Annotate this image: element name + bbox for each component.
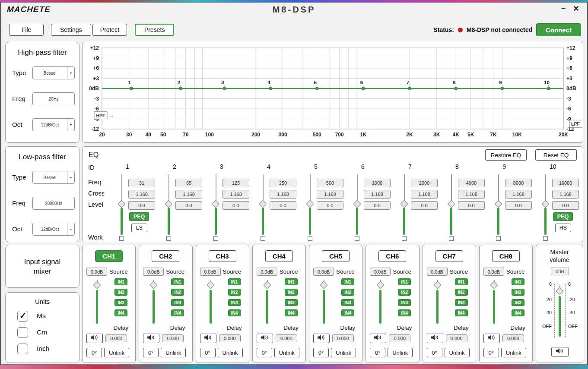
input-in2-button[interactable]: IN2	[512, 289, 524, 296]
hpf-oct-dropdown[interactable]: 12dB/Oct ▼	[32, 118, 75, 131]
phase-button[interactable]: 0°	[143, 348, 159, 357]
channel-button[interactable]: CH5	[322, 250, 350, 262]
mute-button[interactable]	[143, 334, 159, 343]
eq-level-input[interactable]: 0.0	[222, 201, 249, 210]
eq-cross-input[interactable]: 1.168	[364, 190, 391, 199]
eq-freq-input[interactable]: 2000	[411, 179, 438, 187]
unit-checkbox[interactable]	[17, 344, 28, 354]
delay-value[interactable]: 0.000	[332, 334, 354, 342]
mute-button[interactable]	[370, 334, 386, 343]
eq-freq-input[interactable]: 16000	[552, 179, 579, 187]
channel-button[interactable]: CH7	[435, 250, 463, 262]
phase-button[interactable]: 0°	[200, 348, 216, 357]
eq-freq-input[interactable]: 125	[222, 179, 249, 187]
link-button[interactable]: Unlink	[274, 348, 299, 357]
channel-slider-handle[interactable]	[150, 281, 158, 289]
eq-cross-input[interactable]: 1.168	[175, 190, 202, 199]
input-in4-button[interactable]: IN4	[455, 309, 468, 316]
input-mixer-panel[interactable]: Input signal mixer	[5, 245, 79, 288]
channel-slider-handle[interactable]	[377, 281, 385, 289]
link-button[interactable]: Unlink	[218, 348, 243, 357]
channel-slider-handle[interactable]	[263, 281, 271, 289]
channel-button[interactable]: CH3	[209, 250, 236, 262]
eq-hs-button[interactable]: HS	[555, 224, 571, 232]
channel-slider-handle[interactable]	[207, 281, 214, 289]
eq-slider-handle[interactable]	[118, 200, 125, 208]
channel-button[interactable]: CH8	[492, 250, 520, 262]
eq-cross-input[interactable]: 1.168	[128, 190, 155, 199]
hpf-freq-input[interactable]: 20Hz	[32, 92, 75, 105]
channel-level-slider[interactable]	[490, 280, 498, 324]
delay-value[interactable]: 0.000	[219, 334, 241, 342]
eq-slider-handle[interactable]	[259, 200, 267, 208]
eq-level-input[interactable]: 0.0	[505, 201, 532, 210]
eq-cross-input[interactable]: 1.168	[317, 190, 343, 199]
channel-level-slider[interactable]	[377, 280, 385, 324]
link-button[interactable]: Unlink	[161, 348, 186, 357]
channel-gain-value[interactable]: 0.0dB	[313, 268, 334, 276]
eq-slider-handle[interactable]	[212, 200, 219, 208]
input-in2-button[interactable]: IN2	[455, 289, 468, 296]
eq-work-checkbox[interactable]	[213, 236, 218, 241]
input-in2-button[interactable]: IN2	[341, 289, 354, 296]
master-mute-button[interactable]	[551, 347, 569, 356]
eq-cross-input[interactable]: 1.168	[222, 190, 249, 199]
eq-ls-button[interactable]: LS	[131, 224, 147, 232]
channel-level-slider[interactable]	[150, 280, 158, 324]
unit-checkbox[interactable]	[17, 311, 28, 322]
channel-slider-handle[interactable]	[433, 281, 441, 289]
channel-gain-value[interactable]: 0.0dB	[143, 268, 164, 276]
eq-slider-handle[interactable]	[306, 200, 314, 208]
file-button[interactable]: File	[9, 24, 44, 36]
input-in3-button[interactable]: IN3	[114, 299, 127, 306]
channel-level-slider[interactable]	[207, 280, 215, 324]
eq-work-checkbox[interactable]	[543, 236, 548, 241]
eq-slider-handle[interactable]	[447, 200, 455, 208]
input-in4-button[interactable]: IN4	[228, 309, 241, 316]
channel-gain-value[interactable]: 0.0dB	[370, 268, 391, 276]
restore-eq-button[interactable]: Restore EQ	[485, 149, 527, 161]
channel-gain-value[interactable]: 0.0dB	[427, 268, 448, 276]
phase-button[interactable]: 0°	[313, 348, 329, 357]
input-in3-button[interactable]: IN3	[285, 299, 298, 306]
close-button[interactable]: ✕	[570, 4, 582, 13]
delay-value[interactable]: 0.000	[389, 334, 410, 342]
input-in4-button[interactable]: IN4	[285, 309, 298, 316]
mute-button[interactable]	[86, 334, 103, 343]
presets-button[interactable]: Presets	[135, 24, 174, 36]
protect-button[interactable]: Protect	[92, 24, 127, 36]
input-in1-button[interactable]: IN1	[455, 278, 468, 285]
eq-level-input[interactable]: 0.0	[317, 201, 343, 210]
input-in4-button[interactable]: IN4	[171, 309, 184, 316]
mute-button[interactable]	[483, 334, 500, 343]
channel-button[interactable]: CH1	[95, 250, 123, 262]
phase-button[interactable]: 0°	[483, 348, 499, 357]
response-graph[interactable]: +12+12+9+9+6+6+3+30dB0dB-3-3-6-6-9-9-12-…	[83, 43, 582, 143]
channel-gain-value[interactable]: 0.0dB	[483, 268, 504, 276]
input-in3-button[interactable]: IN3	[455, 299, 468, 306]
eq-band-slider[interactable]	[545, 174, 546, 202]
eq-peq-button[interactable]: PEQ	[129, 212, 149, 221]
eq-slider-handle[interactable]	[494, 200, 502, 208]
input-in3-button[interactable]: IN3	[398, 299, 411, 306]
master-volume-value[interactable]: 0dB	[551, 268, 569, 275]
eq-work-checkbox[interactable]	[402, 236, 407, 241]
delay-value[interactable]: 0.000	[276, 334, 297, 342]
channel-slider-handle[interactable]	[93, 281, 101, 289]
link-button[interactable]: Unlink	[331, 348, 356, 357]
eq-work-checkbox[interactable]	[308, 236, 312, 241]
settings-button[interactable]: Settings	[51, 24, 91, 36]
input-in2-button[interactable]: IN2	[398, 289, 411, 296]
link-button[interactable]: Unlink	[104, 348, 129, 357]
lpf-type-dropdown[interactable]: Bessel ▼	[32, 171, 75, 184]
eq-level-input[interactable]: 0.0	[552, 201, 579, 210]
mute-button[interactable]	[257, 334, 273, 343]
input-in4-button[interactable]: IN4	[398, 309, 411, 316]
master-slider-track[interactable]	[559, 296, 561, 337]
eq-level-input[interactable]: 0.0	[411, 201, 438, 210]
eq-freq-input[interactable]: 500	[317, 179, 343, 187]
input-in3-button[interactable]: IN3	[341, 299, 354, 306]
channel-button[interactable]: CH6	[378, 250, 406, 262]
eq-level-input[interactable]: 0.0	[175, 201, 202, 210]
mute-button[interactable]	[427, 334, 443, 343]
